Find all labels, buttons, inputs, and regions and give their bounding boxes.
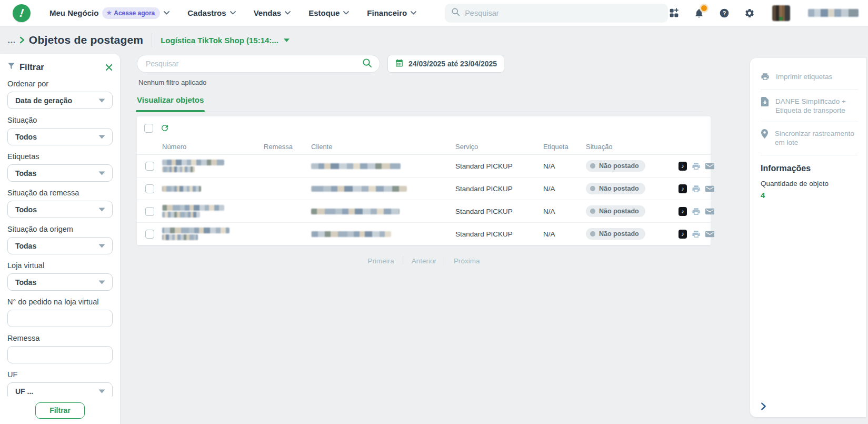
menu-item-meu-neg-cio[interactable]: Meu Negócio★Acesse agora [49,7,169,19]
cell-numero [162,204,264,219]
table-search-input[interactable]: Pesquisar [137,55,380,73]
cell-etiqueta: N/A [543,162,586,170]
filter-label: Etiquetas [7,152,113,161]
global-search-placeholder: Pesquisar [465,9,498,17]
menu-item-cadastros[interactable]: Cadastros [187,8,235,17]
filter-label: Remessa [7,334,113,342]
cell-etiqueta: N/A [543,208,586,215]
filtrar-button[interactable]: Filtrar [35,402,85,419]
select-all-checkbox[interactable] [144,124,153,133]
select-loja-virtual[interactable]: Todas [7,273,113,291]
print-icon[interactable] [692,162,701,171]
row-checkbox[interactable] [145,207,154,216]
redacted-numero [162,205,224,211]
collapse-panel-chevron-icon[interactable] [760,402,767,411]
chevron-down-icon [164,11,169,15]
panel-action-danfe-simplificado-etiqueta-de[interactable]: DANFE Simplificado + Etiqueta de transpo… [761,90,857,122]
bling-logo-icon[interactable]: ! [12,3,32,23]
print-icon[interactable] [692,230,701,239]
email-icon[interactable] [705,162,714,170]
panel-action-sincronizar-rastreamento-em-lo[interactable]: Sincronizar rastreamento em lote [761,122,857,154]
tab-visualizar-objetos[interactable]: Visualizar objetos [137,95,204,111]
row-checkbox[interactable] [145,184,154,193]
settings-gear-icon[interactable] [744,7,755,19]
redacted-numero [162,186,201,192]
menu-item-financeiro[interactable]: Financeiro [367,8,416,17]
filter-label: UF [7,370,113,379]
menu-item-vendas[interactable]: Vendas [254,8,291,17]
redacted-numero [162,166,195,172]
search-icon[interactable] [362,58,372,70]
top-navigation-bar: ! Meu Negócio★Acesse agoraCadastrosVenda… [0,0,868,26]
tiktok-shop-icon[interactable]: ♪ [679,162,687,171]
cell-etiqueta: N/A [543,230,586,238]
breadcrumb-ellipsis[interactable]: ... [7,34,16,46]
cell-numero [162,185,264,193]
row-checkbox[interactable] [145,230,154,239]
table-row[interactable]: Standard PICKUPN/ANão postado♪ [137,178,711,200]
acesse-agora-badge[interactable]: ★Acesse agora [102,7,160,19]
user-avatar[interactable] [772,5,790,21]
main-menu: Meu Negócio★Acesse agoraCadastrosVendasE… [49,7,416,19]
menu-item-estoque[interactable]: Estoque [308,8,349,17]
pagination-primeira[interactable]: Primeira [367,257,394,265]
filter-label: Ordenar por [7,80,113,88]
user-name-redacted[interactable] [808,9,859,17]
pagination-prxima[interactable]: Próxima [454,257,480,265]
filter-label: N° do pedido na loja virtual [7,298,113,306]
tiktok-shop-icon[interactable]: ♪ [679,230,687,239]
panel-action-imprimir-etiquetas[interactable]: Imprimir etiquetas [761,65,857,90]
pagination-anterior[interactable]: Anterior [412,257,436,265]
filter-group: Situação da origemTodas [7,225,113,254]
refresh-icon[interactable] [160,123,169,133]
filter-label: Situação [7,116,113,124]
email-icon[interactable] [705,230,714,238]
tiktok-shop-icon[interactable]: ♪ [679,184,687,193]
table-row[interactable]: Standard PICKUPN/ANão postado♪ [137,155,711,178]
filter-group: SituaçãoTodos [7,116,113,145]
notification-badge [701,5,707,11]
column-header-situao: Situação [586,143,669,151]
divider [761,155,857,155]
status-badge: Não postado [586,160,645,172]
map-pin-icon [761,129,769,141]
date-range-picker[interactable]: 24/03/2025 até 23/04/2025 [387,55,504,73]
cell-servico: Standard PICKUP [455,208,543,215]
cell-etiqueta: N/A [543,185,586,193]
redacted-numero [162,234,198,240]
select-situa-o-da-remessa[interactable]: Todos [7,201,113,218]
page-title: Objetos de postagem [29,34,143,46]
status-dot-icon [590,163,595,169]
filter-fields: Ordenar porData de geraçãoSituaçãoTodosE… [7,80,113,400]
column-header-etiqueta: Etiqueta [543,143,586,151]
redacted-cliente [311,163,401,169]
table-row[interactable]: Standard PICKUPN/ANão postado♪ [137,200,711,223]
select-situa-o[interactable]: Todos [7,128,113,145]
print-icon[interactable] [692,207,701,216]
global-search-input[interactable]: Pesquisar [445,4,668,23]
redacted-cliente [311,231,391,237]
caret-down-icon [98,96,106,105]
email-icon[interactable] [705,208,714,215]
apps-grid-plus-icon[interactable] [668,7,680,19]
print-icon[interactable] [692,184,701,193]
select-etiquetas[interactable]: Todas [7,164,113,182]
caret-down-icon [98,278,106,287]
filter-group: N° do pedido na loja virtual [7,298,113,327]
cell-situacao: Não postado [586,160,669,172]
select-situa-o-da-origem[interactable]: Todas [7,237,113,254]
help-icon[interactable]: ? [719,7,730,19]
topbar-icons: ? [668,5,859,21]
row-checkbox[interactable] [145,162,154,171]
page: ! Meu Negócio★Acesse agoraCadastrosVenda… [0,0,868,424]
notifications-bell-icon[interactable] [693,7,705,19]
email-icon[interactable] [705,185,714,193]
chevron-down-icon [230,11,236,15]
input-n-do-pedido-na-loja-virtual[interactable] [7,310,113,327]
table-row[interactable]: Standard PICKUPN/ANão postado♪ [137,223,711,245]
tiktok-shop-icon[interactable]: ♪ [679,207,687,216]
input-remessa[interactable] [7,346,113,363]
close-icon[interactable] [105,64,113,71]
select-ordenar-por[interactable]: Data de geração [7,92,113,109]
logistics-context-selector[interactable]: Logística TikTok Shop (15:14:... [161,36,290,45]
